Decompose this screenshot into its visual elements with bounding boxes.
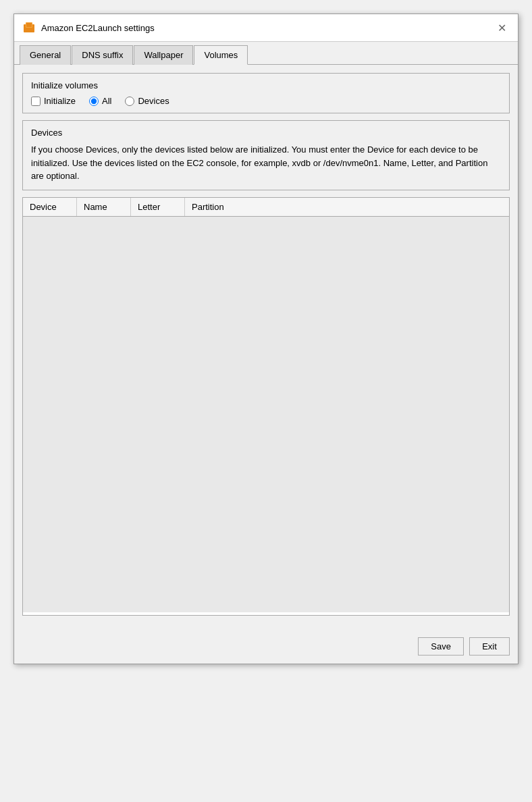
close-button[interactable]: ✕: [494, 20, 510, 36]
initialize-checkbox-text: Initialize: [44, 96, 76, 106]
ec2-icon: [22, 21, 36, 34]
radio-devices[interactable]: [125, 97, 134, 106]
tab-volumes[interactable]: Volumes: [194, 45, 248, 65]
init-controls: Initialize All Devices: [31, 96, 501, 106]
footer: Save Exit: [14, 632, 518, 664]
main-window: Amazon EC2Launch settings ✕ General DNS …: [14, 14, 518, 664]
table-body: [23, 217, 509, 612]
table-header: Device Name Letter Partition: [23, 198, 509, 217]
radio-all-text: All: [102, 96, 111, 106]
svg-rect-2: [26, 23, 32, 27]
radio-devices-label[interactable]: Devices: [125, 96, 169, 106]
devices-description-text: If you choose Devices, only the devices …: [31, 143, 501, 183]
devices-table: Device Name Letter Partition: [22, 197, 510, 616]
col-partition: Partition: [185, 198, 239, 216]
col-device: Device: [23, 198, 77, 216]
title-bar-left: Amazon EC2Launch settings: [22, 21, 155, 34]
tab-content: Initialize volumes Initialize All Device…: [14, 65, 518, 632]
col-name: Name: [77, 198, 131, 216]
title-bar: Amazon EC2Launch settings ✕: [14, 14, 518, 42]
initialize-volumes-title: Initialize volumes: [31, 80, 501, 90]
radio-devices-text: Devices: [138, 96, 169, 106]
col-letter: Letter: [131, 198, 185, 216]
exit-button[interactable]: Exit: [469, 637, 510, 656]
window-title: Amazon EC2Launch settings: [41, 23, 155, 33]
tab-dns-suffix[interactable]: DNS suffix: [72, 45, 133, 65]
initialize-volumes-section: Initialize volumes Initialize All Device…: [22, 73, 510, 113]
initialize-checkbox[interactable]: [31, 97, 41, 106]
radio-all[interactable]: [89, 97, 99, 106]
radio-all-label[interactable]: All: [89, 96, 111, 106]
devices-description-section: Devices If you choose Devices, only the …: [22, 120, 510, 190]
tab-bar: General DNS suffix Wallpaper Volumes: [14, 42, 518, 65]
tab-wallpaper[interactable]: Wallpaper: [134, 45, 193, 65]
devices-section-title: Devices: [31, 128, 501, 138]
tab-general[interactable]: General: [20, 45, 71, 65]
save-button[interactable]: Save: [418, 637, 464, 656]
initialize-checkbox-label[interactable]: Initialize: [31, 96, 76, 106]
